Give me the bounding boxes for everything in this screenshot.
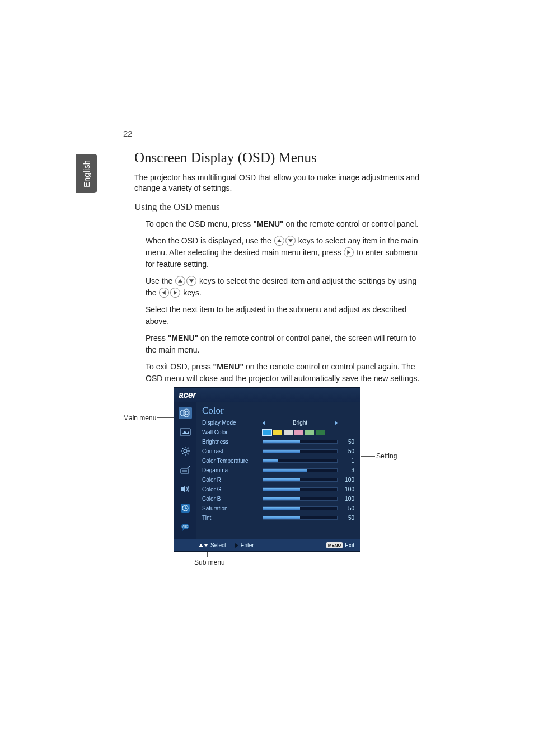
left-key-icon — [159, 288, 169, 298]
slider-row[interactable]: Color G100 — [202, 485, 354, 494]
menu-chip: MENU — [326, 542, 343, 548]
osd-body: ABC Color Display Mode Bright Wall Color — [174, 402, 360, 539]
display-mode-row[interactable]: Display Mode Bright — [202, 418, 354, 428]
svg-line-12 — [182, 453, 184, 455]
osd-titlebar: acer — [174, 388, 360, 402]
section-subheading: Using the OSD menus — [134, 201, 420, 213]
language-label: English — [82, 159, 92, 187]
slider-value: 50 — [341, 439, 354, 445]
callout-line — [157, 417, 174, 418]
slider-track[interactable] — [263, 487, 338, 491]
slider-row[interactable]: Color Temperature1 — [202, 456, 354, 466]
instruction-3: Use the keys to select the desired item … — [146, 275, 420, 299]
language-tab-icon[interactable]: ABC — [179, 521, 192, 533]
slider-row[interactable]: Tint50 — [202, 513, 354, 523]
brand-logo: acer — [179, 390, 196, 400]
slider-value: 50 — [341, 515, 354, 521]
slider-row[interactable]: Color B100 — [202, 494, 354, 504]
down-key-icon — [285, 236, 296, 246]
slider-value: 50 — [341, 505, 354, 511]
instruction-6: To exit OSD, press "MENU" on the remote … — [146, 361, 420, 384]
slider-row[interactable]: Degamma3 — [202, 466, 354, 475]
slider-row[interactable]: Saturation50 — [202, 504, 354, 513]
right-key-icon — [170, 288, 180, 298]
osd-section-title: Color — [202, 405, 354, 416]
svg-line-11 — [188, 453, 189, 455]
callout-line — [361, 456, 375, 457]
down-key-icon — [186, 276, 196, 286]
up-key-icon — [274, 236, 284, 246]
svg-marker-4 — [182, 431, 189, 434]
slider-value: 100 — [341, 477, 354, 483]
image-tab-icon[interactable] — [179, 426, 192, 438]
timer-tab-icon[interactable] — [179, 502, 192, 514]
slider-value: 50 — [341, 448, 354, 454]
instruction-1: To open the OSD menu, press "MENU" on th… — [146, 218, 420, 230]
svg-point-5 — [184, 449, 187, 453]
display-mode-label: Display Mode — [202, 420, 259, 426]
slider-label: Color G — [202, 486, 259, 492]
settings-tab-icon[interactable] — [179, 445, 192, 457]
slider-track[interactable] — [263, 506, 338, 510]
audio-tab-icon[interactable] — [179, 483, 192, 495]
slider-row[interactable]: Color R100 — [202, 475, 354, 485]
right-key-icon — [344, 247, 354, 257]
color-swatch[interactable] — [263, 430, 271, 435]
page-heading: Onscreen Display (OSD) Menus — [134, 150, 420, 166]
callout-main-menu: Main menu — [123, 414, 156, 422]
color-swatch[interactable] — [284, 430, 293, 435]
content-column: Onscreen Display (OSD) Menus The project… — [134, 150, 420, 389]
color-swatch[interactable] — [294, 430, 303, 435]
footer-select: Select — [199, 542, 226, 548]
svg-marker-17 — [181, 486, 185, 492]
intro-text: The projector has multilingual OSD that … — [134, 172, 420, 194]
osd-footer: Select Enter MENU Exit — [174, 539, 360, 551]
osd-window: acer — [174, 387, 360, 552]
instruction-4: Select the next item to be adjusted in t… — [146, 304, 420, 327]
slider-track[interactable] — [263, 478, 338, 482]
up-triangle-icon — [199, 544, 203, 547]
down-triangle-icon — [204, 544, 208, 547]
up-key-icon — [175, 276, 185, 286]
slider-label: Saturation — [202, 505, 259, 511]
left-arrow-icon[interactable] — [263, 421, 265, 425]
slider-label: Color Temperature — [202, 458, 259, 464]
slider-label: Color B — [202, 496, 259, 502]
slider-value: 3 — [341, 467, 354, 473]
svg-text:ABC: ABC — [182, 525, 189, 528]
slider-track[interactable] — [263, 440, 338, 444]
svg-line-10 — [182, 448, 184, 449]
instruction-5: Press "MENU" on the remote control or co… — [146, 332, 420, 356]
color-swatch[interactable] — [305, 430, 314, 435]
color-tab-icon[interactable] — [179, 407, 192, 419]
color-swatch[interactable] — [316, 430, 325, 435]
color-swatch[interactable] — [273, 430, 282, 435]
wall-color-label: Wall Color — [202, 429, 259, 435]
slider-track[interactable] — [263, 468, 338, 472]
footer-enter: Enter — [235, 542, 254, 548]
wall-color-row[interactable]: Wall Color — [202, 428, 354, 437]
slider-track[interactable] — [263, 516, 338, 520]
slider-track[interactable] — [263, 449, 338, 453]
slider-value: 100 — [341, 496, 354, 502]
management-tab-icon[interactable] — [179, 464, 192, 476]
right-triangle-icon — [235, 543, 238, 548]
slider-row[interactable]: Contrast50 — [202, 447, 354, 456]
callout-sub-menu: Sub menu — [194, 558, 225, 566]
footer-exit: MENU Exit — [326, 542, 354, 548]
slider-track[interactable] — [263, 459, 338, 463]
slider-track[interactable] — [263, 497, 338, 501]
slider-label: Color R — [202, 477, 259, 483]
svg-rect-14 — [181, 469, 189, 473]
svg-line-13 — [188, 448, 189, 449]
language-tab: English — [76, 154, 97, 193]
display-mode-value: Bright — [268, 420, 332, 426]
right-arrow-icon[interactable] — [335, 421, 338, 425]
slider-row[interactable]: Brightness50 — [202, 437, 354, 447]
instruction-2: When the OSD is displayed, use the keys … — [146, 235, 420, 270]
instruction-list: To open the OSD menu, press "MENU" on th… — [146, 218, 420, 384]
osd-sidebar: ABC — [174, 402, 196, 539]
svg-marker-24 — [182, 529, 185, 531]
slider-value: 100 — [341, 486, 354, 492]
slider-label: Tint — [202, 515, 259, 521]
